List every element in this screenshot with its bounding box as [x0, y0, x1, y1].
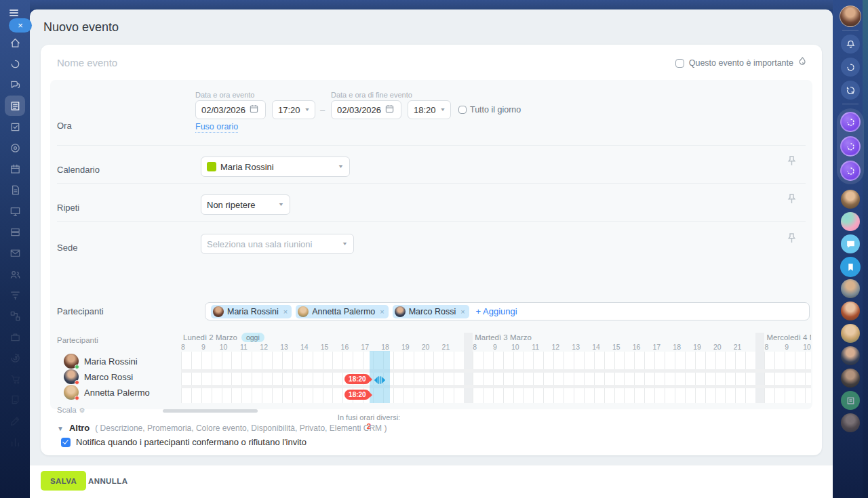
calendar-icon: [385, 104, 394, 115]
sidebar-item-disk-ring[interactable]: [5, 138, 25, 158]
chat-bubble-avatar[interactable]: [841, 234, 860, 253]
important-checkbox[interactable]: [675, 59, 684, 68]
sidebar-item-mail[interactable]: [5, 243, 25, 263]
sidebar-item-home[interactable]: [5, 33, 25, 53]
sidebar-item-drive[interactable]: [5, 222, 25, 242]
copilot-button[interactable]: [841, 58, 860, 77]
end-date-field[interactable]: 02/03/2026: [331, 100, 401, 119]
save-button[interactable]: SALVA: [41, 471, 86, 491]
participant-chip[interactable]: Marco Rossi×: [393, 305, 469, 318]
chat-avatar[interactable]: [841, 190, 860, 209]
repeat-select[interactable]: Non ripetere ▼: [201, 194, 290, 215]
chat-avatar[interactable]: [841, 212, 860, 231]
saved-messages-button[interactable]: [840, 257, 861, 277]
sync-button[interactable]: [841, 81, 860, 100]
marketing-icon: [9, 352, 22, 365]
status-dot: [75, 396, 79, 400]
sidebar-item-whiteboard[interactable]: [5, 201, 25, 221]
hour-grid[interactable]: [473, 352, 755, 403]
add-participant-button[interactable]: + Aggiungi: [476, 306, 517, 316]
pin-icon[interactable]: [787, 156, 796, 169]
scheduler-timeline[interactable]: Lunedì 2 Marzooggi8910111213141516171819…: [181, 333, 811, 403]
start-time-value: 17:20: [278, 105, 300, 115]
start-date-field[interactable]: 02/03/2026: [195, 100, 266, 119]
notify-checkbox[interactable]: [61, 438, 71, 447]
end-time-select[interactable]: 18:20 ▼: [408, 100, 451, 119]
sidebar-item-documents[interactable]: [5, 180, 25, 200]
documents-icon: [9, 184, 22, 196]
hour-grid[interactable]: [181, 352, 464, 403]
calendar-select[interactable]: Maria Rossini ▼: [201, 157, 350, 177]
copilot-chat-button[interactable]: [840, 161, 861, 181]
venue-select[interactable]: Seleziona una sala riunioni ▼: [201, 234, 354, 254]
sidebar-item-marketing[interactable]: [5, 348, 25, 368]
important-label: Questo evento è importante: [689, 58, 793, 68]
avatar: [213, 306, 224, 317]
chat-avatar[interactable]: [841, 413, 860, 432]
altro-toggle[interactable]: Altro: [69, 423, 90, 433]
scheduler-participant-row: Marco Rossi: [64, 369, 133, 384]
participant-chip[interactable]: Annetta Palermo×: [296, 305, 389, 318]
event-name-input[interactable]: [57, 53, 437, 72]
hour-tick-label: 19: [693, 343, 701, 351]
hour-grid[interactable]: [764, 352, 811, 403]
row-gap-strip: [181, 385, 811, 388]
left-nav-rail: [0, 0, 30, 498]
sidebar-item-feed[interactable]: [5, 96, 25, 116]
profile-avatar[interactable]: [840, 5, 861, 27]
remove-chip-icon[interactable]: ×: [380, 308, 384, 316]
avatar: [64, 354, 79, 369]
timezone-link[interactable]: Fuso orario: [195, 122, 238, 133]
sidebar-item-calendar[interactable]: [5, 159, 25, 179]
participants-input[interactable]: Maria Rossini×Annetta Palermo×Marco Ross…: [205, 302, 810, 320]
chat-avatar[interactable]: [841, 279, 860, 298]
sidebar-item-messenger[interactable]: [5, 75, 25, 95]
sidebar-item-analytics[interactable]: [5, 432, 25, 452]
remove-chip-icon[interactable]: ×: [283, 308, 288, 316]
cancel-button[interactable]: ANNULLA: [88, 471, 127, 491]
scale-row: Scala ⚙: [57, 406, 85, 414]
hour-tick-label: 13: [572, 343, 580, 351]
menu-burger-icon[interactable]: [9, 9, 18, 16]
bell-icon: [846, 39, 856, 49]
participant-chip[interactable]: Maria Rossini×: [211, 305, 292, 318]
sidebar-item-automation[interactable]: [5, 306, 25, 326]
gear-icon[interactable]: ⚙: [79, 407, 85, 414]
day-column: Mercoledì 4 Marzo89101112131415161718192…: [764, 333, 811, 403]
remove-chip-icon[interactable]: ×: [460, 308, 465, 316]
notes-avatar[interactable]: [841, 391, 860, 410]
sidebar-item-crm-funnel[interactable]: [5, 285, 25, 305]
sidebar-item-edit[interactable]: [5, 411, 25, 431]
sidebar-item-tasks[interactable]: [5, 117, 25, 137]
pin-icon[interactable]: [787, 194, 796, 207]
ora-label: Ora: [57, 121, 72, 131]
sidebar-item-sign[interactable]: [5, 390, 25, 410]
notifications-button[interactable]: [841, 35, 860, 54]
disk-ring-icon: [9, 142, 22, 154]
chat-avatar[interactable]: [841, 346, 860, 365]
sidebar-item-employees[interactable]: [5, 264, 25, 284]
resize-handle-icon[interactable]: [374, 375, 385, 387]
chat-avatar[interactable]: [841, 369, 860, 388]
chat-avatar[interactable]: [841, 302, 860, 320]
start-time-select[interactable]: 17:20 ▼: [272, 100, 315, 119]
today-badge: oggi: [241, 333, 264, 342]
hour-tick-label: 14: [592, 343, 600, 351]
calendario-label: Calendario: [57, 165, 100, 175]
sidebar-item-copilot[interactable]: [5, 54, 25, 74]
shop-icon: [9, 373, 22, 386]
close-button[interactable]: ×: [9, 18, 32, 33]
copilot-chat-button[interactable]: [840, 112, 861, 132]
pin-icon[interactable]: [787, 233, 796, 246]
sidebar-item-shop[interactable]: [5, 369, 25, 389]
all-day-checkbox[interactable]: [458, 106, 467, 114]
scheduler-participant-row: Maria Rossini: [64, 354, 138, 369]
timeline-scrollbar[interactable]: [163, 409, 258, 413]
bookmark-icon: [846, 262, 856, 272]
divider: [57, 145, 806, 146]
copilot-icon: [9, 58, 22, 70]
chat-avatar[interactable]: [841, 324, 860, 343]
chevron-down-icon[interactable]: ▼: [57, 425, 64, 432]
sidebar-item-vacancies[interactable]: [5, 327, 25, 347]
copilot-chat-button[interactable]: [840, 136, 861, 157]
